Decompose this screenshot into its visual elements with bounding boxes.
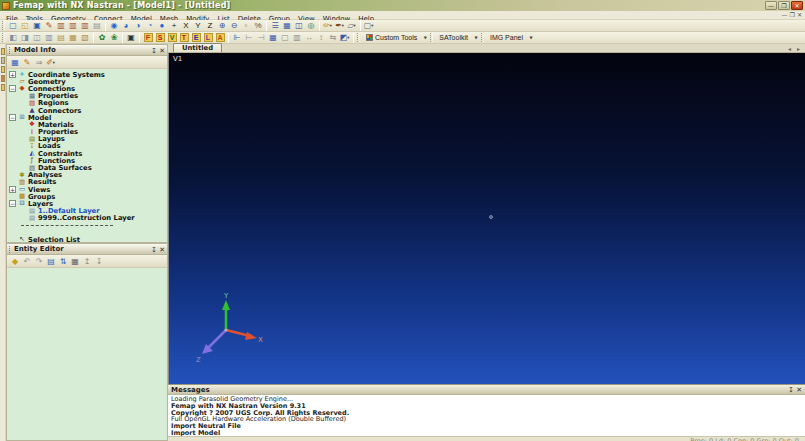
dock-right-icon[interactable]: ◨ [19,32,31,43]
visibility-icon[interactable]: ◎ [305,20,317,31]
minimize-button[interactable]: — [765,1,777,10]
center-view-icon[interactable]: + [168,20,180,31]
fit-view-icon[interactable]: ● [156,20,168,31]
messages-header[interactable]: Messages ↧ ✕ [168,384,805,395]
toolbar-grip[interactable] [481,33,484,42]
zoom-in-icon[interactable]: ⊕ [216,20,228,31]
pin-icon[interactable]: ↧ [788,385,794,394]
prev-entity-icon[interactable]: ↥ [81,256,93,267]
redo-icon[interactable]: ↷ [33,256,45,267]
entity-editor-body[interactable] [7,268,167,440]
new-entity-icon[interactable]: ✐▼ [45,57,57,68]
window-split-icon[interactable]: ◫ [293,20,305,31]
mesh-icon[interactable]: ▦ [267,32,279,43]
copy-icon[interactable]: ▥ [55,20,67,31]
toolbar-grip[interactable] [2,21,5,30]
mdi-minimize-icon[interactable]: — [782,11,788,19]
print-icon[interactable]: ✎ [43,20,55,31]
model-info-panel-icon[interactable]: ▤ [55,32,67,43]
entity-list-icon[interactable]: ☰ [269,20,281,31]
report-icon[interactable]: ▤ [91,20,103,31]
connection-icon[interactable]: ✿ [96,32,108,43]
render-icon[interactable]: ▣ [125,32,137,43]
restore-button[interactable]: ❐ [778,1,790,10]
messages-log[interactable]: Loading Parasolid Geometry Engine...Fema… [168,395,805,436]
toolbar-grip[interactable] [357,33,360,42]
post-e-icon[interactable]: E [190,32,202,43]
close-icon[interactable]: ✕ [159,46,165,55]
save-icon[interactable]: ▣ [31,20,43,31]
toolbar-grip[interactable] [2,33,5,42]
img-panel-button[interactable]: IMG Panel [486,32,527,43]
undo-icon[interactable]: ↶ [21,256,33,267]
pin-icon[interactable]: ↧ [151,46,157,55]
messages-panel-icon[interactable]: ▧ [79,32,91,43]
model-info-tree-body[interactable]: ++Coordinate Systems▱Geometry−◆Connectio… [7,69,167,242]
post-v-icon[interactable]: V [166,32,178,43]
view-x-icon[interactable]: X [180,20,192,31]
collapsed-toolbar-icon[interactable] [1,75,5,82]
beam-end-icon[interactable]: ⊣ [255,32,267,43]
draw-dropdown-icon[interactable]: ✏▼ [322,20,334,31]
close-icon[interactable]: ✕ [159,245,165,254]
edit-icon[interactable]: ✎ [21,57,33,68]
zoom-percent-icon[interactable]: % [252,20,264,31]
connector-icon[interactable]: ❀ [108,32,120,43]
collapse-icon[interactable]: − [9,200,16,207]
close-icon[interactable]: ✕ [796,385,802,394]
collapsed-toolbar-icon[interactable] [1,66,5,73]
magnify-view-icon[interactable]: ◔ [144,20,156,31]
custom-tools-button[interactable]: Custom Tools [362,32,421,43]
post-a-icon[interactable]: A [214,32,226,43]
property-pages-icon[interactable]: ▦ [69,256,81,267]
swap-icon[interactable]: ⇆ [327,32,339,43]
tree-item-selection-list[interactable]: ↖Selection List [9,236,167,242]
toolbar-grip[interactable] [430,33,433,42]
next-entity-icon[interactable]: ↧ [93,256,105,267]
measure-x-icon[interactable]: ↔ [303,32,315,43]
surface-icon[interactable]: ▢ [279,32,291,43]
tab-untitled[interactable]: Untitled [173,43,222,52]
beam-ends-icon[interactable]: ⊩ [231,32,243,43]
collapsed-toolbar-icon[interactable] [1,84,5,91]
rotate-view-icon[interactable]: ◉ [108,20,120,31]
categorized-view-icon[interactable]: ▤ [45,256,57,267]
chevron-down-icon[interactable]: ▼ [527,32,535,43]
open-icon[interactable]: ◱ [19,20,31,31]
entity-editor-header[interactable]: Entity Editor ↧ ✕ [7,244,167,255]
style-dropdown-icon[interactable]: ▢▼ [363,20,375,31]
model-info-header[interactable]: Model Info ↧ ✕ [7,45,167,56]
collapse-icon[interactable]: − [9,85,16,92]
send-icon[interactable]: ⇒ [33,57,45,68]
dock-left-icon[interactable]: ◧ [7,32,19,43]
dock-rows-icon[interactable]: ▥ [43,32,55,43]
lock-icon[interactable]: ◆ [9,256,21,267]
view-y-icon[interactable]: Y [192,20,204,31]
entity-editor-panel-icon[interactable]: ▦ [67,32,79,43]
shape-dropdown-icon[interactable]: ▱▼ [346,20,358,31]
grid-icon[interactable]: ▦ [281,20,293,31]
close-button[interactable]: ✕ [791,1,803,10]
paste-icon[interactable]: ▥ [67,20,79,31]
annotate-dropdown-icon[interactable]: ✒▼ [334,20,346,31]
collapse-icon[interactable]: − [9,114,16,121]
post-l-icon[interactable]: L [202,32,214,43]
expand-icon[interactable]: + [9,186,16,193]
collapsed-toolbar-icon[interactable] [1,57,5,64]
expand-icon[interactable]: + [9,71,16,78]
chevron-down-icon[interactable]: ▼ [472,32,480,43]
pan-view-icon[interactable]: ◑ [132,20,144,31]
notes-icon[interactable]: ▥ [79,20,91,31]
solid-icon[interactable]: ▥ [291,32,303,43]
tree-item-9999-construction-layer[interactable]: ▤9999..Construction Layer [9,215,167,222]
view-z-icon[interactable]: Z [204,20,216,31]
display-options-icon[interactable]: ▦ [9,57,21,68]
chevron-down-icon[interactable]: ▼ [421,32,429,43]
tab-scroll-arrows[interactable]: ◂ ▸ [788,45,802,52]
pin-icon[interactable]: ↧ [151,245,157,254]
sort-icon[interactable]: ⇅ [57,256,69,267]
measure-y-icon[interactable]: ↕ [315,32,327,43]
post-s-icon[interactable]: S [154,32,166,43]
mdi-close-icon[interactable]: ✕ [797,11,802,19]
post-f-icon[interactable]: F [142,32,154,43]
